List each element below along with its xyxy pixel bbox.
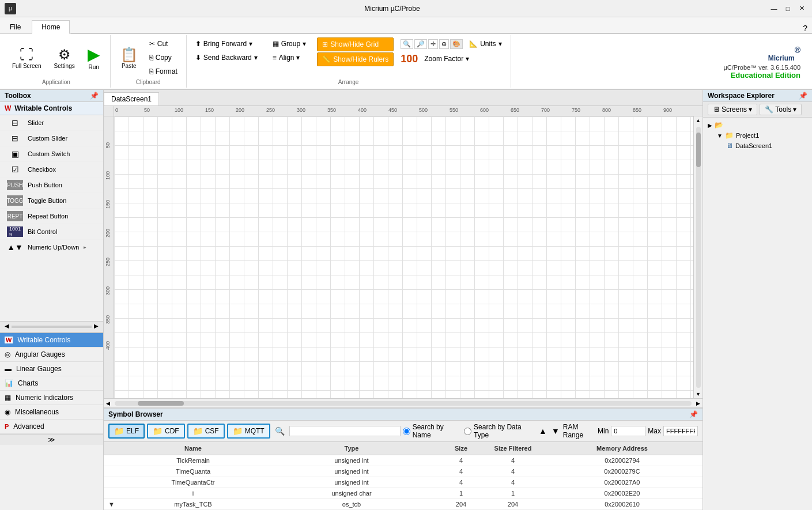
toolbox-item-custom-switch[interactable]: ▣ Custom Switch: [0, 146, 103, 162]
paste-label: Paste: [122, 63, 137, 69]
window-controls: — □ ✕: [768, 3, 807, 14]
scroll-track-vertical[interactable]: [696, 127, 701, 388]
toolbox-item-numeric-updown[interactable]: ▲▼ Numeric Up/Down ▸: [0, 240, 103, 255]
category-numeric-indicators[interactable]: ▦ Numeric Indicators: [0, 391, 103, 405]
tree-project[interactable]: ▼ 📁 Project1: [705, 130, 810, 141]
toolbox-item-checkbox[interactable]: ☑ Checkbox: [0, 162, 103, 177]
scroll-track-horizontal[interactable]: [115, 401, 692, 406]
csf-button[interactable]: 📁 CSF: [187, 424, 225, 439]
elf-button[interactable]: 📁 ELF: [108, 424, 145, 439]
show-hide-grid-button[interactable]: ⊞ Show/Hide Grid: [317, 37, 394, 51]
toolbox-item-custom-slider[interactable]: ⊟ Custom Slider: [0, 131, 103, 146]
radio-search-by-name[interactable]: [403, 428, 410, 435]
canvas-vertical-scrollbar[interactable]: ▲ ▼: [693, 116, 703, 398]
scroll-track: [12, 326, 92, 328]
sort-asc-icon[interactable]: ▲: [538, 426, 548, 436]
bring-send-column: ⬆ Bring Forward ▾ ⬇ Send Backward ▾: [191, 37, 262, 78]
scroll-left-icon[interactable]: ◀: [5, 323, 9, 331]
toolbox-pin-icon[interactable]: 📌: [90, 92, 99, 100]
show-hide-rulers-button[interactable]: 📏 Show/Hide Rulers: [317, 52, 394, 66]
zoom-row: 100 Zoom Factor ▾: [401, 52, 505, 65]
toolbox-expand-icon[interactable]: ≫: [48, 436, 55, 444]
workspace-explorer-pin[interactable]: 📌: [799, 92, 807, 100]
scroll-down-arrow[interactable]: ▼: [694, 390, 702, 398]
maximize-button[interactable]: □: [782, 3, 794, 14]
row4-type: os_tcb: [265, 499, 438, 509]
cut-button[interactable]: ✂ Cut: [145, 37, 182, 50]
category-linear-gauges[interactable]: ▬ Linear Gauges: [0, 362, 103, 376]
tree-datascreen[interactable]: 🖥 DataScreen1: [705, 141, 810, 151]
align-button[interactable]: ≡ Align ▾: [269, 51, 310, 64]
ruler-mark-400: 400: [358, 107, 367, 113]
sort-desc-icon[interactable]: ▼: [550, 426, 561, 436]
toolbox-item-push-button[interactable]: PUSH Push Button: [0, 177, 103, 193]
help-icon[interactable]: ?: [803, 24, 807, 33]
color-icon[interactable]: 🎨: [450, 39, 463, 49]
zoom-in-icon[interactable]: 🔎: [414, 39, 427, 49]
rulers-icon: 📏: [322, 55, 331, 63]
row2-type: unsigned int: [265, 477, 438, 488]
tab-file[interactable]: File: [0, 20, 31, 33]
search-input[interactable]: [289, 426, 401, 436]
category-angular-gauges[interactable]: ◎ Angular Gauges: [0, 347, 103, 362]
ruler-v-250: 250: [105, 258, 111, 266]
symbol-browser-pin[interactable]: 📌: [689, 410, 698, 418]
crosshair-icon[interactable]: ⊕: [439, 39, 449, 49]
full-screen-button[interactable]: ⛶ Full Screen: [7, 44, 47, 72]
ruler-mark-50: 50: [144, 107, 150, 113]
radio-search-by-type[interactable]: [464, 428, 471, 435]
ram-max-input[interactable]: [663, 426, 698, 436]
slider-label: Slider: [28, 119, 44, 126]
category-miscellaneous[interactable]: ◉ Miscellaneous: [0, 405, 103, 420]
row0-expand: [104, 455, 121, 466]
product-version: µC/Probe™ ver. 3.6.15.400: [723, 64, 800, 71]
copy-button[interactable]: ⎘ Copy: [145, 51, 182, 64]
angular-gauges-cat-icon: ◎: [5, 350, 10, 358]
row2-size-filtered: 4: [484, 477, 542, 488]
zoom-search-icon[interactable]: 🔍: [401, 39, 413, 49]
toolbox-item-slider[interactable]: ⊟ Slider: [0, 115, 103, 131]
move-icon[interactable]: ✛: [428, 39, 438, 49]
canvas-horizontal-scrollbar[interactable]: ◀ ▶: [104, 398, 703, 407]
tools-button[interactable]: 🔧 Tools ▾: [760, 104, 802, 115]
scroll-right-btn[interactable]: ▶: [694, 399, 703, 407]
category-charts[interactable]: 📊 Charts: [0, 376, 103, 391]
writable-controls-icon: W: [5, 104, 11, 112]
toolbox-categories: W Writable Controls ◎ Angular Gauges ▬ L…: [0, 333, 103, 434]
toolbox-item-bit-control[interactable]: 10019 Bit Control: [0, 224, 103, 240]
scroll-right-icon[interactable]: ▶: [94, 323, 99, 331]
scroll-thumb-vertical[interactable]: [696, 133, 701, 167]
settings-button[interactable]: ⚙ Settings: [49, 44, 80, 72]
toolbox-section-writable-controls[interactable]: W Writable Controls: [0, 102, 103, 115]
group-button[interactable]: ▦ Group ▾: [269, 37, 310, 50]
mqtt-button[interactable]: 📁 MQTT: [227, 424, 270, 439]
category-advanced[interactable]: P Advanced: [0, 420, 103, 434]
close-button[interactable]: ✕: [796, 3, 807, 14]
scroll-up-arrow[interactable]: ▲: [694, 116, 702, 124]
paste-button[interactable]: 📋 Paste: [115, 44, 143, 72]
scroll-thumb-horizontal[interactable]: [138, 401, 184, 406]
scroll-left-btn[interactable]: ◀: [104, 399, 112, 407]
canvas-grid[interactable]: [114, 116, 693, 398]
canvas-area[interactable]: 0 50 100 150 200 250 300 350 400 450 500…: [104, 106, 703, 407]
send-backward-button[interactable]: ⬇ Send Backward ▾: [191, 51, 262, 64]
cdf-button[interactable]: 📁 CDF: [147, 424, 185, 439]
toolbox-item-toggle-button[interactable]: TOGG Toggle Button: [0, 193, 103, 209]
ram-min-input[interactable]: [611, 426, 645, 436]
row4-size: 204: [438, 499, 484, 509]
minimize-button[interactable]: —: [768, 3, 780, 14]
mqtt-label: MQTT: [245, 427, 265, 435]
category-writable-controls[interactable]: W Writable Controls: [0, 333, 103, 347]
run-button[interactable]: ▶ Run: [82, 42, 105, 73]
row4-name: myTask_TCB: [121, 499, 265, 509]
format-button[interactable]: ⎘ Format: [145, 65, 182, 78]
tools-label: Tools: [775, 105, 791, 114]
tab-home[interactable]: Home: [32, 20, 70, 34]
bring-forward-button[interactable]: ⬆ Bring Forward ▾: [191, 37, 262, 50]
tab-datascreen1[interactable]: DataScreen1: [104, 92, 159, 105]
units-button[interactable]: 📐 Units ▾: [465, 37, 505, 50]
search-icon[interactable]: 🔍: [273, 425, 287, 437]
zoom-factor-button[interactable]: Zoom Factor ▾: [420, 52, 473, 65]
screens-button[interactable]: 🖥 Screens ▾: [708, 104, 757, 115]
toolbox-item-repeat-button[interactable]: REPT Repeat Button: [0, 209, 103, 224]
